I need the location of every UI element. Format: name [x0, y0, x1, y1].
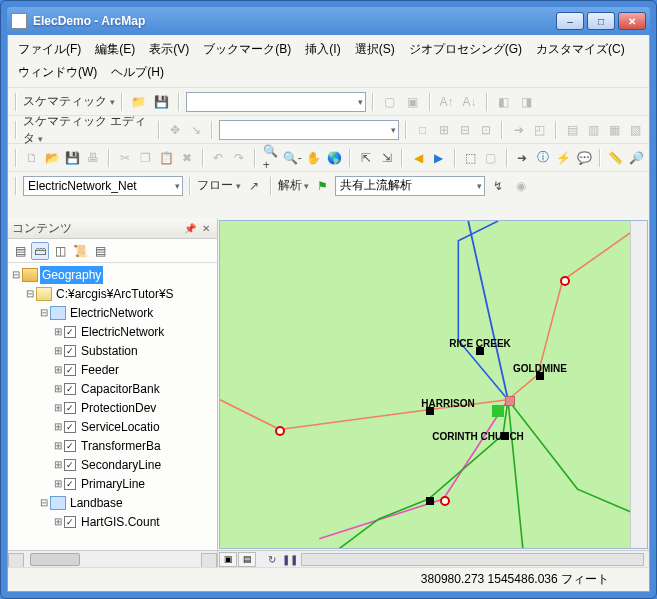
- close-button[interactable]: ✕: [618, 12, 646, 30]
- back-extent-icon[interactable]: ◀: [409, 148, 427, 168]
- select-features-icon[interactable]: ⬚: [462, 148, 480, 168]
- select-rect-icon[interactable]: ◰: [531, 120, 549, 140]
- copy-icon[interactable]: ❐: [137, 148, 155, 168]
- identify-icon[interactable]: ⓘ: [534, 148, 552, 168]
- save-icon[interactable]: 💾: [64, 148, 82, 168]
- collapse-icon[interactable]: ⊟: [38, 494, 50, 512]
- print-icon[interactable]: 🖶: [85, 148, 103, 168]
- expand-icon[interactable]: ⊞: [52, 456, 64, 474]
- t7-icon[interactable]: ▦: [605, 120, 623, 140]
- fixed-zoom-out-icon[interactable]: ⇲: [378, 148, 396, 168]
- collapse-icon[interactable]: ⊟: [10, 266, 22, 284]
- t1-icon[interactable]: □: [413, 120, 431, 140]
- refresh-icon[interactable]: ↻: [265, 552, 279, 566]
- layer-label[interactable]: Feeder: [79, 361, 121, 379]
- layer-label[interactable]: PrimaryLine: [79, 475, 147, 493]
- zoom-out-icon[interactable]: 🔍-: [282, 148, 302, 168]
- redo-icon[interactable]: ↷: [230, 148, 248, 168]
- menu-select[interactable]: 選択(S): [353, 39, 397, 60]
- menu-bookmark[interactable]: ブックマーク(B): [201, 39, 293, 60]
- pan-icon[interactable]: ✋: [305, 148, 323, 168]
- menu-view[interactable]: 表示(V): [147, 39, 191, 60]
- menu-window[interactable]: ウィンドウ(W): [16, 62, 99, 83]
- measure-icon[interactable]: 📏: [607, 148, 625, 168]
- junction-node[interactable]: [505, 396, 515, 406]
- expand-icon[interactable]: ⊞: [52, 380, 64, 398]
- edit-layout-combo[interactable]: [219, 120, 399, 140]
- clear-selection-icon[interactable]: ▢: [482, 148, 500, 168]
- find-icon[interactable]: 🔎: [628, 148, 646, 168]
- menu-file[interactable]: ファイル(F): [16, 39, 83, 60]
- t3-icon[interactable]: ⊟: [456, 120, 474, 140]
- collapse-icon[interactable]: ⊟: [38, 304, 50, 322]
- map-canvas[interactable]: RICE CREEK GOLDMINE HARRISON CORINTH CHU…: [219, 220, 648, 549]
- layer-checkbox[interactable]: ✓: [64, 421, 76, 433]
- flag-node[interactable]: [492, 405, 504, 417]
- toc-options-icon[interactable]: ▤: [91, 242, 109, 260]
- propagate2-icon[interactable]: ◨: [517, 92, 537, 112]
- pause-icon[interactable]: ❚❚: [283, 552, 297, 566]
- layer-label[interactable]: ServiceLocatio: [79, 418, 162, 436]
- result-icon[interactable]: ◉: [511, 176, 531, 196]
- analysis-type-combo[interactable]: 共有上流解析: [335, 176, 485, 196]
- layer-label[interactable]: HartGIS.Count: [79, 513, 162, 531]
- schematic-layer-combo[interactable]: [186, 92, 366, 112]
- save-schematic-icon[interactable]: 💾: [152, 92, 172, 112]
- full-extent-icon[interactable]: 🌎: [326, 148, 344, 168]
- menu-help[interactable]: ヘルプ(H): [109, 62, 166, 83]
- new-icon[interactable]: 🗋: [23, 148, 41, 168]
- schematic-menu[interactable]: スケマティック: [23, 93, 115, 110]
- pointer-icon[interactable]: ➜: [514, 148, 532, 168]
- edit-vertex-icon[interactable]: ↘: [187, 120, 205, 140]
- menu-edit[interactable]: 編集(E): [93, 39, 137, 60]
- layer-checkbox[interactable]: ✓: [64, 383, 76, 395]
- group-label[interactable]: ElectricNetwork: [68, 304, 155, 322]
- toc-listby-selection-icon[interactable]: 📜: [71, 242, 89, 260]
- toc-tree[interactable]: ⊟Geography ⊟C:¥arcgis¥ArcTutor¥S ⊟Electr…: [8, 263, 217, 550]
- menu-insert[interactable]: 挿入(I): [303, 39, 342, 60]
- schematic-editor-menu[interactable]: スケマティック エディタ: [23, 113, 152, 147]
- expand-icon[interactable]: ⊞: [52, 475, 64, 493]
- solve-icon[interactable]: ↯: [488, 176, 508, 196]
- layer-checkbox[interactable]: ✓: [64, 459, 76, 471]
- layer-checkbox[interactable]: ✓: [64, 402, 76, 414]
- layer-label[interactable]: ElectricNetwork: [79, 323, 166, 341]
- toc-hscrollbar[interactable]: [8, 550, 217, 567]
- layout-view-tab[interactable]: ▤: [238, 552, 256, 567]
- propagate-icon[interactable]: ◧: [494, 92, 514, 112]
- layout-icon[interactable]: ▢: [380, 92, 400, 112]
- barrier-node[interactable]: [275, 426, 285, 436]
- open-icon[interactable]: 📂: [44, 148, 62, 168]
- pin-icon[interactable]: 📌: [183, 222, 197, 236]
- source-path[interactable]: C:¥arcgis¥ArcTutor¥S: [54, 285, 176, 303]
- network-node[interactable]: [426, 497, 434, 505]
- toc-close-icon[interactable]: ✕: [199, 222, 213, 236]
- layer-label[interactable]: CapacitorBank: [79, 380, 162, 398]
- font-increase-icon[interactable]: A↑: [437, 92, 457, 112]
- barrier-node[interactable]: [560, 276, 570, 286]
- expand-icon[interactable]: ⊞: [52, 399, 64, 417]
- flow-menu[interactable]: フロー: [197, 177, 241, 194]
- html-popup-icon[interactable]: 💬: [575, 148, 593, 168]
- collapse-icon[interactable]: ⊟: [24, 285, 36, 303]
- t6-icon[interactable]: ▥: [584, 120, 602, 140]
- fixed-zoom-in-icon[interactable]: ⇱: [357, 148, 375, 168]
- undo-icon[interactable]: ↶: [210, 148, 228, 168]
- layer-label[interactable]: ProtectionDev: [79, 399, 158, 417]
- layer-checkbox[interactable]: ✓: [64, 364, 76, 376]
- expand-icon[interactable]: ⊞: [52, 418, 64, 436]
- minimize-button[interactable]: –: [556, 12, 584, 30]
- toc-listby-draworder-icon[interactable]: ▤: [11, 242, 29, 260]
- paste-icon[interactable]: 📋: [157, 148, 175, 168]
- layer-checkbox[interactable]: ✓: [64, 478, 76, 490]
- layout2-icon[interactable]: ▣: [403, 92, 423, 112]
- forward-extent-icon[interactable]: ▶: [430, 148, 448, 168]
- t4-icon[interactable]: ⊡: [477, 120, 495, 140]
- network-combo[interactable]: ElectricNetwork_Net: [23, 176, 183, 196]
- expand-icon[interactable]: ⊞: [52, 361, 64, 379]
- expand-icon[interactable]: ⊞: [52, 323, 64, 341]
- layer-label[interactable]: Substation: [79, 342, 140, 360]
- t8-icon[interactable]: ▧: [627, 120, 645, 140]
- font-decrease-icon[interactable]: A↓: [460, 92, 480, 112]
- analysis-menu[interactable]: 解析: [278, 177, 310, 194]
